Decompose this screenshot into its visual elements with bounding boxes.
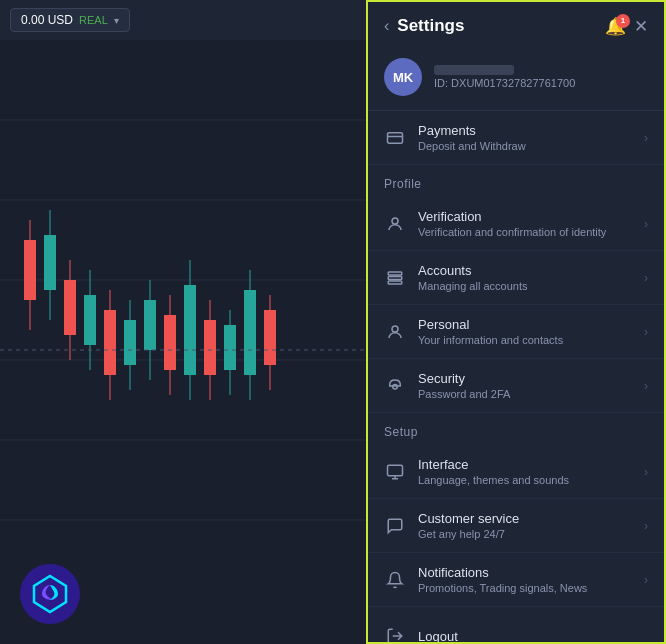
notification-badge: 1 bbox=[616, 14, 630, 28]
svg-rect-38 bbox=[388, 281, 402, 284]
interface-label: Interface bbox=[418, 457, 569, 472]
candlestick-chart bbox=[0, 40, 366, 580]
customer-service-icon bbox=[384, 515, 406, 537]
menu-item-payments[interactable]: Payments Deposit and Withdraw › bbox=[368, 111, 664, 165]
user-id: ID: DXUM017327827761700 bbox=[434, 77, 575, 89]
svg-point-39 bbox=[392, 326, 398, 332]
notifications-arrow-icon: › bbox=[644, 573, 648, 587]
personal-arrow-icon: › bbox=[644, 325, 648, 339]
menu-item-security[interactable]: Security Password and 2FA › bbox=[368, 359, 664, 413]
logout-item[interactable]: Logout bbox=[368, 611, 664, 644]
profile-section-label: Profile bbox=[368, 165, 664, 197]
payments-text: Payments Deposit and Withdraw bbox=[418, 123, 526, 152]
chart-body bbox=[0, 40, 366, 644]
svg-rect-36 bbox=[388, 272, 402, 275]
notifications-icon bbox=[384, 569, 406, 591]
svg-rect-11 bbox=[64, 280, 76, 335]
dropdown-arrow-icon[interactable]: ▾ bbox=[114, 15, 119, 26]
payments-icon bbox=[384, 127, 406, 149]
payments-sublabel: Deposit and Withdraw bbox=[418, 140, 526, 152]
security-text: Security Password and 2FA bbox=[418, 371, 510, 400]
svg-point-35 bbox=[392, 218, 398, 224]
notifications-text: Notifications Promotions, Trading signal… bbox=[418, 565, 587, 594]
notifications-label: Notifications bbox=[418, 565, 587, 580]
menu-item-verification[interactable]: Verification Verification and confirmati… bbox=[368, 197, 664, 251]
setup-section-label: Setup bbox=[368, 413, 664, 445]
verification-label: Verification bbox=[418, 209, 606, 224]
security-label: Security bbox=[418, 371, 510, 386]
close-button[interactable]: ✕ bbox=[634, 18, 648, 35]
accounts-text: Accounts Managing all accounts bbox=[418, 263, 527, 292]
customer-service-sublabel: Get any help 24/7 bbox=[418, 528, 519, 540]
back-button[interactable]: ‹ bbox=[384, 18, 389, 34]
customer-service-text: Customer service Get any help 24/7 bbox=[418, 511, 519, 540]
accounts-icon bbox=[384, 267, 406, 289]
verification-text: Verification Verification and confirmati… bbox=[418, 209, 606, 238]
svg-rect-41 bbox=[388, 465, 403, 476]
menu-item-accounts[interactable]: Accounts Managing all accounts › bbox=[368, 251, 664, 305]
svg-rect-37 bbox=[388, 276, 402, 279]
notification-button[interactable]: 🔔 1 bbox=[605, 18, 626, 35]
user-info: ID: DXUM017327827761700 bbox=[434, 65, 575, 89]
customer-service-arrow-icon: › bbox=[644, 519, 648, 533]
svg-rect-27 bbox=[224, 325, 236, 370]
security-sublabel: Password and 2FA bbox=[418, 388, 510, 400]
settings-panel: ‹ Settings 🔔 1 ✕ MK ID: DXUM017327827761… bbox=[366, 0, 666, 644]
accounts-arrow-icon: › bbox=[644, 271, 648, 285]
verification-sublabel: Verification and confirmation of identit… bbox=[418, 226, 606, 238]
settings-title: Settings bbox=[397, 16, 464, 36]
payments-label: Payments bbox=[418, 123, 526, 138]
header-icons: 🔔 1 ✕ bbox=[605, 18, 648, 35]
user-name-bar bbox=[434, 65, 514, 75]
customer-service-label: Customer service bbox=[418, 511, 519, 526]
balance-mode: REAL bbox=[79, 14, 108, 26]
interface-icon bbox=[384, 461, 406, 483]
svg-rect-15 bbox=[104, 310, 116, 375]
interface-sublabel: Language, themes and sounds bbox=[418, 474, 569, 486]
logo-svg bbox=[28, 572, 72, 616]
svg-rect-21 bbox=[164, 315, 176, 370]
verification-arrow-icon: › bbox=[644, 217, 648, 231]
notifications-sublabel: Promotions, Trading signals, News bbox=[418, 582, 587, 594]
verification-icon bbox=[384, 213, 406, 235]
logout-icon bbox=[384, 625, 406, 644]
svg-rect-17 bbox=[124, 320, 136, 365]
security-arrow-icon: › bbox=[644, 379, 648, 393]
avatar: MK bbox=[384, 58, 422, 96]
svg-rect-13 bbox=[84, 295, 96, 345]
balance-value: 0.00 USD bbox=[21, 13, 73, 27]
accounts-sublabel: Managing all accounts bbox=[418, 280, 527, 292]
menu-item-notifications[interactable]: Notifications Promotions, Trading signal… bbox=[368, 553, 664, 607]
interface-arrow-icon: › bbox=[644, 465, 648, 479]
interface-text: Interface Language, themes and sounds bbox=[418, 457, 569, 486]
personal-text: Personal Your information and contacts bbox=[418, 317, 563, 346]
svg-rect-25 bbox=[204, 320, 216, 375]
svg-rect-29 bbox=[244, 290, 256, 375]
svg-rect-9 bbox=[44, 235, 56, 290]
svg-rect-19 bbox=[144, 300, 156, 350]
logout-label: Logout bbox=[418, 629, 458, 644]
svg-rect-7 bbox=[24, 240, 36, 300]
svg-rect-33 bbox=[388, 132, 403, 143]
personal-icon bbox=[384, 321, 406, 343]
balance-display: 0.00 USD REAL ▾ bbox=[10, 8, 130, 32]
chart-area: 0.00 USD REAL ▾ bbox=[0, 0, 366, 644]
personal-label: Personal bbox=[418, 317, 563, 332]
user-section: MK ID: DXUM017327827761700 bbox=[368, 48, 664, 111]
svg-rect-23 bbox=[184, 285, 196, 375]
accounts-label: Accounts bbox=[418, 263, 527, 278]
menu-item-interface[interactable]: Interface Language, themes and sounds › bbox=[368, 445, 664, 499]
menu-item-personal[interactable]: Personal Your information and contacts › bbox=[368, 305, 664, 359]
security-icon bbox=[384, 375, 406, 397]
chart-topbar: 0.00 USD REAL ▾ bbox=[0, 0, 366, 40]
svg-rect-31 bbox=[264, 310, 276, 365]
logo-icon[interactable] bbox=[20, 564, 80, 624]
settings-header: ‹ Settings 🔔 1 ✕ bbox=[368, 2, 664, 48]
payments-arrow-icon: › bbox=[644, 131, 648, 145]
menu-item-customer-service[interactable]: Customer service Get any help 24/7 › bbox=[368, 499, 664, 553]
personal-sublabel: Your information and contacts bbox=[418, 334, 563, 346]
settings-header-left: ‹ Settings bbox=[384, 16, 464, 36]
